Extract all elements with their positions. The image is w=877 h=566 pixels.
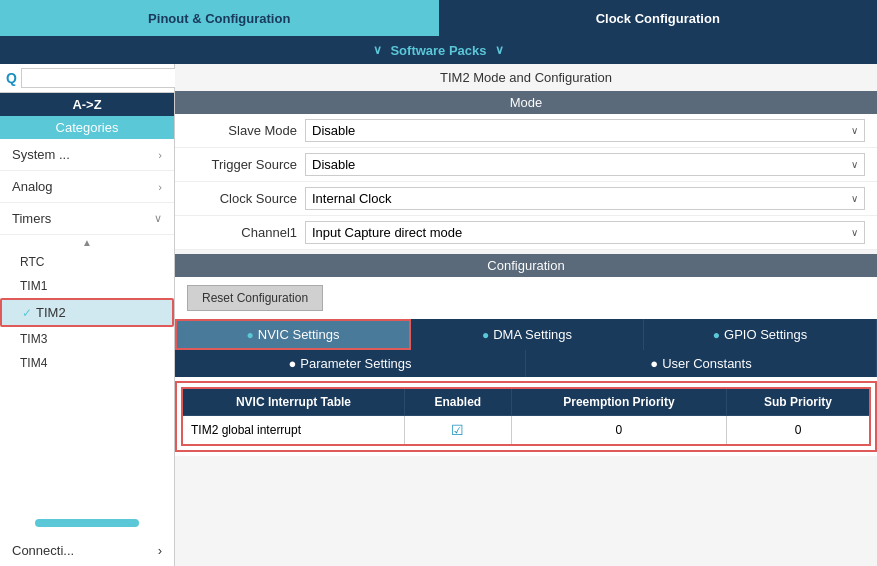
pinout-config-label: Pinout & Configuration <box>148 11 290 26</box>
scroll-indicator: ▲ <box>0 235 174 250</box>
user-constants-check-icon: ● <box>650 356 658 371</box>
sidebar-item-timers-chevron: ∨ <box>154 212 162 225</box>
parameter-settings-check-icon: ● <box>288 356 296 371</box>
table-header-enabled: Enabled <box>404 388 511 416</box>
channel1-row: Channel1 Input Capture direct mode ∨ <box>175 216 877 250</box>
parameter-settings-tab[interactable]: ● Parameter Settings <box>175 350 526 377</box>
sidebar-item-timers[interactable]: Timers ∨ <box>0 203 174 235</box>
tim2-check-icon: ✓ <box>22 306 32 320</box>
pinout-config-tab[interactable]: Pinout & Configuration <box>0 0 439 36</box>
categories-bar[interactable]: Categories <box>0 116 174 139</box>
sidebar-item-connecti[interactable]: Connecti... › <box>0 535 174 566</box>
search-bar: Q <box>0 64 174 93</box>
sidebar-sub-tim3[interactable]: TIM3 <box>0 327 174 351</box>
user-constants-tab[interactable]: ● User Constants <box>526 350 877 377</box>
search-icon: Q <box>6 70 17 86</box>
preemption-priority[interactable]: 0 <box>511 416 726 446</box>
tabs-row-2: ● Parameter Settings ● User Constants <box>175 350 877 377</box>
clock-source-arrow: ∨ <box>851 193 858 204</box>
dma-settings-tab[interactable]: ● DMA Settings <box>411 319 644 350</box>
mode-section-header: Mode <box>175 91 877 114</box>
sidebar-sub-rtc[interactable]: RTC <box>0 250 174 274</box>
configuration-section-header: Configuration <box>175 254 877 277</box>
slave-mode-arrow: ∨ <box>851 125 858 136</box>
enabled-checkbox[interactable]: ☑ <box>451 422 464 438</box>
tim2-label: TIM2 <box>36 305 66 320</box>
sidebar-sub-tim1[interactable]: TIM1 <box>0 274 174 298</box>
slave-mode-label: Slave Mode <box>187 123 297 138</box>
search-input[interactable] <box>21 68 181 88</box>
software-packs-chevron-left: ∨ <box>373 43 382 57</box>
sidebar-item-system-chevron: › <box>158 149 162 161</box>
az-bar[interactable]: A->Z <box>0 93 174 116</box>
table-header-interrupt: NVIC Interrupt Table <box>182 388 404 416</box>
table-row: TIM2 global interrupt ☑ 0 0 <box>182 416 870 446</box>
sidebar-item-system[interactable]: System ... › <box>0 139 174 171</box>
sidebar-sub-tim2[interactable]: ✓ TIM2 <box>0 298 174 327</box>
mode-section: Slave Mode Disable ∨ Trigger Source Disa… <box>175 114 877 250</box>
software-packs-chevron-right: ∨ <box>495 43 504 57</box>
dma-settings-check-icon: ● <box>482 328 489 342</box>
trigger-source-row: Trigger Source Disable ∨ <box>175 148 877 182</box>
gpio-settings-tab[interactable]: ● GPIO Settings <box>644 319 877 350</box>
reset-btn[interactable]: Reset Configuration <box>187 285 323 311</box>
gpio-settings-check-icon: ● <box>713 328 720 342</box>
trigger-source-arrow: ∨ <box>851 159 858 170</box>
content-area: TIM2 Mode and Configuration Mode Slave M… <box>175 64 877 566</box>
channel1-arrow: ∨ <box>851 227 858 238</box>
nvic-settings-tab[interactable]: ● NVIC Settings <box>175 319 411 350</box>
sidebar: Q A->Z Categories System ... › Analog › … <box>0 64 175 566</box>
clock-config-tab[interactable]: Clock Configuration <box>439 0 878 36</box>
table-header-preemption: Preemption Priority <box>511 388 726 416</box>
sub-priority[interactable]: 0 <box>727 416 870 446</box>
interrupt-enabled[interactable]: ☑ <box>404 416 511 446</box>
interrupt-name: TIM2 global interrupt <box>182 416 404 446</box>
tabs-row-1: ● NVIC Settings ● DMA Settings ● GPIO Se… <box>175 319 877 350</box>
clock-config-label: Clock Configuration <box>596 11 720 26</box>
sidebar-item-analog[interactable]: Analog › <box>0 171 174 203</box>
table-header-sub-priority: Sub Priority <box>727 388 870 416</box>
sidebar-item-connecti-chevron: › <box>158 543 162 558</box>
clock-source-label: Clock Source <box>187 191 297 206</box>
horizontal-scrollbar[interactable] <box>35 519 139 527</box>
slave-mode-select[interactable]: Disable ∨ <box>305 119 865 142</box>
channel1-select[interactable]: Input Capture direct mode ∨ <box>305 221 865 244</box>
clock-source-row: Clock Source Internal Clock ∨ <box>175 182 877 216</box>
nvic-settings-check-icon: ● <box>247 328 254 342</box>
channel1-label: Channel1 <box>187 225 297 240</box>
clock-source-select[interactable]: Internal Clock ∨ <box>305 187 865 210</box>
tabs-area: ● NVIC Settings ● DMA Settings ● GPIO Se… <box>175 319 877 377</box>
trigger-source-select[interactable]: Disable ∨ <box>305 153 865 176</box>
page-title: TIM2 Mode and Configuration <box>175 64 877 91</box>
scroll-up-icon: ▲ <box>82 237 92 248</box>
slave-mode-row: Slave Mode Disable ∨ <box>175 114 877 148</box>
software-packs-bar[interactable]: ∨ Software Packs ∨ <box>0 36 877 64</box>
software-packs-label: Software Packs <box>390 43 486 58</box>
nvic-interrupt-table: NVIC Interrupt Table Enabled Preemption … <box>181 387 871 446</box>
trigger-source-label: Trigger Source <box>187 157 297 172</box>
sidebar-sub-tim4[interactable]: TIM4 <box>0 351 174 375</box>
sidebar-item-analog-chevron: › <box>158 181 162 193</box>
